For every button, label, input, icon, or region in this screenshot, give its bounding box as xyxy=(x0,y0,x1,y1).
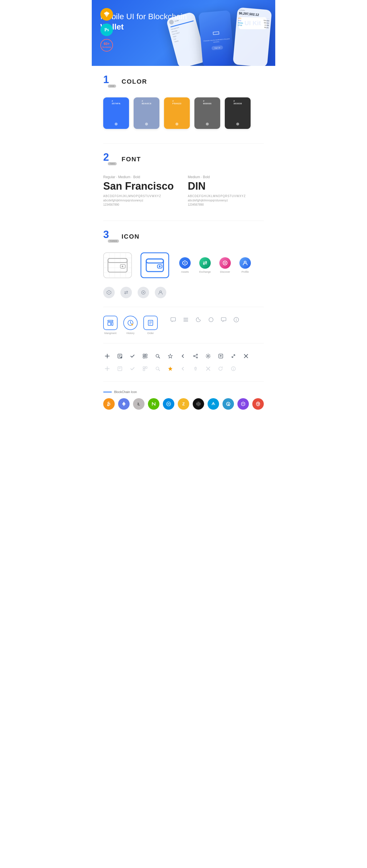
exchange-icon-item: Exchange xyxy=(198,257,212,273)
phone-right: myWallet $6,297,502.12 BTC 738.2003 ETH … xyxy=(233,7,272,66)
qtum-icon xyxy=(223,398,234,410)
swatch-blue: #3574FA xyxy=(103,97,129,129)
svg-point-22 xyxy=(108,292,110,293)
font-section-header: 2 TWO FONT xyxy=(103,152,264,166)
qr-icon xyxy=(141,352,149,360)
btc-icon xyxy=(103,398,115,410)
order-icon xyxy=(143,316,158,330)
exchange-icon xyxy=(199,257,211,269)
font-section-num: 2 TWO xyxy=(103,152,117,166)
icon-section-header: 3 THREE ICON xyxy=(103,229,264,244)
icon-mid-row: Mangment History xyxy=(103,316,264,335)
ltc-icon: Ł xyxy=(133,398,144,410)
x-gray-icon xyxy=(204,365,212,373)
svg-rect-50 xyxy=(143,356,145,358)
svg-point-24 xyxy=(143,292,144,293)
svg-line-60 xyxy=(195,355,196,356)
share-gray-icon xyxy=(192,365,200,373)
swatch-gray-blue: #8DA0C8 xyxy=(134,97,160,129)
svg-rect-72 xyxy=(145,367,147,368)
order-icon-item: Order xyxy=(143,316,158,335)
svg-point-36 xyxy=(209,318,213,322)
star-icon xyxy=(166,352,174,360)
search-gray-icon xyxy=(154,365,162,373)
svg-rect-53 xyxy=(145,358,146,359)
neo-icon xyxy=(148,398,160,410)
ps-badge: Ps xyxy=(101,24,113,36)
font-sf: Regular · Medium · Bold San Francisco AB… xyxy=(103,175,179,206)
svg-rect-13 xyxy=(146,259,163,263)
svg-point-15 xyxy=(159,266,161,267)
screens-badge: 60+ Screens xyxy=(101,39,113,52)
star-active-icon xyxy=(166,365,174,373)
svg-point-62 xyxy=(207,355,209,357)
phone-mockups: Profile Management Message Red Collect N… xyxy=(166,9,275,66)
profile-icon-item: Profile xyxy=(238,257,252,273)
svg-rect-8 xyxy=(108,258,127,272)
svg-point-93 xyxy=(258,405,258,406)
svg-point-81 xyxy=(233,368,234,368)
profile-gray-icon xyxy=(155,287,166,298)
color-swatches: #3574FA #8DA0C8 #F5A623 #666666 #303030 xyxy=(103,97,264,129)
history-icon xyxy=(123,316,138,330)
svg-point-57 xyxy=(196,354,198,355)
main-content: 1 ONE COLOR #3574FA #8DA0C8 #F5A623 #666… xyxy=(92,66,275,441)
hero-section: Mobile UI for Blockchain Wallet UI Kit P… xyxy=(92,0,275,66)
color-title: COLOR xyxy=(121,78,147,85)
font-title: FONT xyxy=(121,156,141,163)
edit-gray-icon xyxy=(116,365,124,373)
plus-gray-icon xyxy=(103,365,111,373)
circle-icon xyxy=(207,316,215,324)
discover-gray-icon xyxy=(138,287,149,298)
qr-gray-icon xyxy=(141,365,149,373)
svg-rect-49 xyxy=(145,354,147,356)
blockchain-label: BlockChain Icon xyxy=(114,390,137,394)
svg-point-58 xyxy=(194,355,195,356)
swatch-dark: #303030 xyxy=(225,97,251,129)
utility-icons-gray xyxy=(103,365,264,373)
history-icon-item: History xyxy=(123,316,138,335)
discover-icon-item: Discover xyxy=(218,257,232,273)
svg-rect-26 xyxy=(108,320,113,321)
unknown-crypto-icon xyxy=(252,398,264,410)
eth-icon xyxy=(118,398,130,410)
redo-gray-icon xyxy=(217,365,225,373)
upload-icon xyxy=(217,352,225,360)
svg-point-40 xyxy=(236,318,236,319)
plus-icon xyxy=(103,352,111,360)
assets-gray-icon xyxy=(103,287,115,298)
crypto-icons-row: Ł Z xyxy=(103,398,264,410)
svg-rect-37 xyxy=(221,318,226,321)
info-gray-icon xyxy=(229,365,237,373)
close-icon xyxy=(242,352,250,360)
zcash-icon: Z xyxy=(178,398,189,410)
sketch-badge xyxy=(101,8,113,21)
share-icon xyxy=(192,352,200,360)
font-grid: Regular · Medium · Bold San Francisco AB… xyxy=(103,175,264,206)
swatch-orange: #F5A623 xyxy=(164,97,190,129)
svg-line-75 xyxy=(159,370,160,371)
grid-icon xyxy=(193,398,204,410)
management-icon-item: Mangment xyxy=(103,316,117,335)
svg-marker-76 xyxy=(168,367,172,371)
icon-large-row: Assets Exchange xyxy=(103,252,264,278)
check-gray-icon xyxy=(129,365,137,373)
svg-line-55 xyxy=(159,357,160,358)
nav-icons-colored: Assets Exchange xyxy=(178,257,252,273)
blockchain-line xyxy=(103,392,112,393)
svg-rect-9 xyxy=(108,258,127,262)
svg-point-59 xyxy=(196,357,198,358)
color-section: 1 ONE COLOR #3574FA #8DA0C8 #F5A623 #666… xyxy=(103,74,264,129)
info-icon xyxy=(232,316,240,324)
chat-icon xyxy=(169,316,177,324)
font-section: 2 TWO FONT Regular · Medium · Bold San F… xyxy=(103,152,264,206)
resize-icon xyxy=(229,352,237,360)
swatch-gray: #666666 xyxy=(194,97,220,129)
color-section-num: 1 ONE xyxy=(103,74,117,89)
matic-icon xyxy=(237,398,249,410)
divider-1 xyxy=(103,143,264,144)
chevron-left-icon xyxy=(179,352,187,360)
search-icon xyxy=(154,352,162,360)
color-section-header: 1 ONE COLOR xyxy=(103,74,264,89)
icon-section: 3 THREE ICON xyxy=(103,229,264,410)
